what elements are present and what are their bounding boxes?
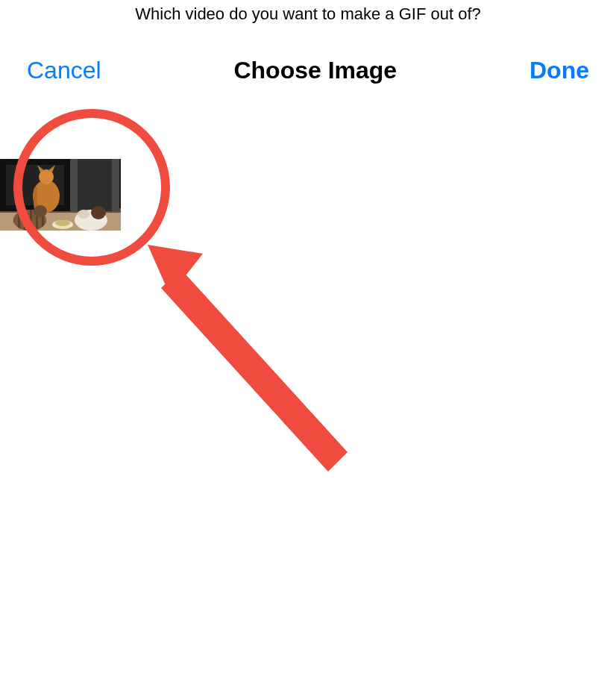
svg-point-14 bbox=[91, 206, 106, 219]
video-thumbnail-image bbox=[0, 159, 121, 231]
svg-rect-5 bbox=[78, 159, 112, 211]
navbar-title: Choose Image bbox=[233, 57, 397, 84]
svg-rect-3 bbox=[70, 159, 78, 211]
siri-prompt-text: Which video do you want to make a GIF ou… bbox=[0, 0, 616, 24]
cancel-button[interactable]: Cancel bbox=[27, 57, 101, 84]
video-thumbnail-1[interactable] bbox=[0, 135, 121, 256]
image-picker-grid bbox=[0, 99, 616, 622]
svg-point-15 bbox=[78, 210, 89, 219]
svg-point-17 bbox=[55, 220, 70, 226]
svg-point-12 bbox=[34, 205, 47, 217]
done-button[interactable]: Done bbox=[529, 57, 589, 84]
image-picker-navbar: Cancel Choose Image Done bbox=[0, 24, 616, 99]
svg-rect-4 bbox=[112, 159, 119, 211]
